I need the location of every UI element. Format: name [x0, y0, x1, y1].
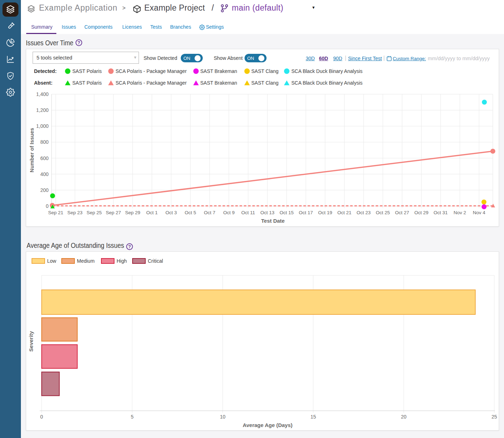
svg-text:Oct 13: Oct 13	[261, 210, 275, 215]
svg-text:Nov 2: Nov 2	[454, 210, 466, 215]
svg-text:Oct 29: Oct 29	[414, 210, 429, 215]
svg-text:Test Date: Test Date	[261, 218, 285, 224]
svg-text:1,400: 1,400	[36, 91, 49, 97]
svg-text:15: 15	[310, 414, 316, 420]
svg-text:Number of Issues: Number of Issues	[29, 128, 35, 172]
svg-text:Sep 21: Sep 21	[48, 210, 63, 215]
svg-text:Oct 11: Oct 11	[241, 210, 255, 215]
svg-text:200: 200	[40, 187, 49, 193]
svg-text:1,200: 1,200	[36, 107, 49, 113]
svg-text:0: 0	[46, 203, 49, 209]
svg-text:Sep 23: Sep 23	[67, 210, 83, 215]
svg-text:?: ?	[128, 244, 131, 249]
svg-text:25: 25	[492, 414, 497, 420]
svg-text:20: 20	[401, 414, 407, 420]
svg-text:1,000: 1,000	[36, 123, 49, 129]
svg-text:Sep 25: Sep 25	[86, 210, 102, 215]
svg-text:Oct 1: Oct 1	[146, 210, 157, 215]
svg-text:Average Age (Days): Average Age (Days)	[243, 422, 293, 428]
svg-text:Oct 15: Oct 15	[280, 210, 294, 215]
svg-text:Oct 5: Oct 5	[185, 210, 196, 215]
svg-text:5: 5	[131, 414, 134, 420]
svg-text:800: 800	[40, 139, 49, 145]
svg-text:10: 10	[220, 414, 226, 420]
svg-text:0: 0	[40, 414, 43, 420]
svg-text:Oct 9: Oct 9	[223, 210, 235, 215]
svg-text:Oct 21: Oct 21	[337, 210, 352, 215]
svg-text:400: 400	[40, 171, 49, 177]
svg-text:Oct 19: Oct 19	[318, 210, 332, 215]
svg-text:Oct 25: Oct 25	[376, 210, 390, 215]
svg-text:Oct 17: Oct 17	[299, 210, 313, 215]
svg-text:600: 600	[40, 155, 49, 161]
svg-text:Severity: Severity	[28, 331, 34, 352]
svg-text:Nov 4: Nov 4	[473, 210, 486, 215]
svg-text:Oct 23: Oct 23	[357, 210, 371, 215]
svg-text:?: ?	[78, 40, 80, 45]
svg-text:Oct 3: Oct 3	[166, 210, 177, 215]
svg-text:Oct 31: Oct 31	[433, 210, 448, 215]
svg-text:Oct 27: Oct 27	[395, 210, 409, 215]
svg-text:Sep 29: Sep 29	[125, 210, 140, 215]
svg-text:Sep 27: Sep 27	[106, 210, 121, 215]
svg-text:Oct 7: Oct 7	[204, 210, 215, 215]
